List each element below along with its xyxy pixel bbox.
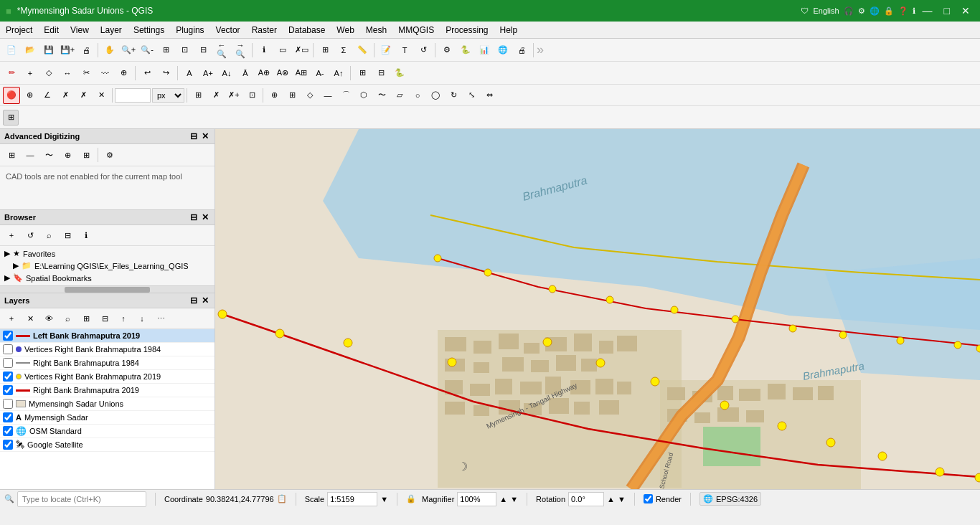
- layer-item[interactable]: 🛰 Google Satellite: [0, 438, 215, 452]
- layers-float-btn[interactable]: ⊟: [189, 295, 199, 306]
- layer-checkbox[interactable]: [3, 440, 13, 450]
- browser-close-btn[interactable]: ✕: [200, 212, 210, 222]
- scale-input[interactable]: [327, 492, 377, 506]
- zoom-extent-btn[interactable]: ⊞: [157, 42, 174, 59]
- menu-mmqgis[interactable]: MMQGIS: [392, 24, 440, 37]
- label-h-btn[interactable]: A-: [311, 65, 329, 82]
- layer-checkbox[interactable]: [3, 331, 13, 341]
- rotation-input[interactable]: [568, 492, 604, 506]
- save-project-btn[interactable]: 💾: [40, 42, 57, 59]
- size-unit-select[interactable]: px mm pt: [152, 88, 184, 103]
- menu-edit[interactable]: Edit: [38, 24, 65, 37]
- cad-scale-btn[interactable]: ⤡: [463, 87, 480, 104]
- adv-dig-close-btn[interactable]: ✕: [200, 131, 210, 141]
- menu-mesh[interactable]: Mesh: [360, 24, 392, 37]
- browser-info-btn[interactable]: ℹ: [77, 227, 95, 244]
- label-g-btn[interactable]: A⊞: [293, 65, 310, 82]
- menu-database[interactable]: Database: [283, 24, 331, 37]
- browser-scrollbar-thumb[interactable]: [65, 287, 151, 293]
- text-annotation-btn[interactable]: T: [396, 42, 413, 59]
- chart-btn[interactable]: 📊: [476, 42, 493, 59]
- cad-btn4[interactable]: ⊡: [243, 87, 260, 104]
- layer-item[interactable]: Right Bank Brahmaputra 1984: [0, 356, 215, 370]
- deselect-btn[interactable]: ✗▭: [293, 42, 310, 59]
- scale-dropdown-icon[interactable]: ▼: [380, 495, 388, 503]
- layer-checkbox[interactable]: [3, 344, 13, 354]
- label-f-btn[interactable]: A⊗: [274, 65, 291, 82]
- cad-ellipse-btn[interactable]: ◯: [427, 87, 444, 104]
- adv-dig-tb3[interactable]: 〜: [40, 146, 57, 164]
- layer-item[interactable]: Mymensingh Sadar Unions: [0, 397, 215, 411]
- cad-close-btn[interactable]: ✕: [93, 87, 110, 104]
- move-feature-btn[interactable]: ↔: [59, 65, 76, 82]
- label-c-btn[interactable]: A↓: [218, 65, 235, 82]
- layers-filter-btn[interactable]: ⌕: [59, 310, 76, 327]
- cad-y-lock-btn[interactable]: ✗: [75, 87, 92, 104]
- layers-move-up-btn[interactable]: ↑: [115, 310, 132, 327]
- adv-dig-tb2[interactable]: —: [22, 146, 39, 164]
- layer-checkbox[interactable]: [3, 426, 13, 436]
- cad-grid-btn[interactable]: ⊞: [283, 87, 301, 104]
- measure-btn[interactable]: 📏: [354, 42, 371, 59]
- title-controls[interactable]: 🛡 English 🎧 ⚙ 🌐 🔒 ❓ ℹ — □ ✕: [801, 4, 974, 18]
- stats-btn[interactable]: Σ: [335, 42, 352, 59]
- layer-item[interactable]: Vertices Right Bank Brahmaputra 1984: [0, 343, 215, 356]
- zoom-prev-btn[interactable]: ←🔍: [213, 42, 230, 59]
- zoom-layer-btn[interactable]: ⊡: [176, 42, 193, 59]
- magnifier-down-btn[interactable]: ▼: [510, 495, 518, 503]
- menu-layer[interactable]: Layer: [95, 24, 128, 37]
- merge-btn[interactable]: ⊕: [115, 65, 132, 82]
- browser-collapse-btn[interactable]: ⊟: [59, 227, 76, 244]
- render-checkbox[interactable]: [644, 494, 653, 503]
- cad-enable-btn[interactable]: 🔴: [3, 87, 20, 104]
- print-btn[interactable]: 🖨: [513, 42, 530, 59]
- browser-favorites-item[interactable]: ▶ ★ Favorites: [1, 247, 213, 260]
- browser-refresh-btn[interactable]: ↺: [22, 227, 39, 244]
- cad-poly-btn[interactable]: ⬡: [355, 87, 372, 104]
- layer-checkbox[interactable]: [3, 372, 13, 382]
- layer-checkbox[interactable]: [3, 412, 13, 422]
- maximize-button[interactable]: □: [940, 4, 954, 18]
- save-as-btn[interactable]: 💾+: [59, 42, 76, 59]
- menu-web[interactable]: Web: [331, 24, 359, 37]
- map-area[interactable]: ☽ ☽ 🏛 ℹ N401 Mymensingh - Tangail Highwa…: [215, 129, 980, 489]
- cad-arc-btn[interactable]: ⌒: [337, 87, 354, 104]
- cad-more-btn[interactable]: ⊕: [265, 87, 283, 104]
- adv-dig-float-btn[interactable]: ⊟: [189, 131, 199, 141]
- menu-plugins[interactable]: Plugins: [170, 24, 209, 37]
- coordinate-copy-icon[interactable]: 📋: [277, 494, 287, 503]
- cad-mirror-btn[interactable]: ⇔: [481, 87, 498, 104]
- layer-checkbox[interactable]: [3, 385, 13, 395]
- browser-learning-item[interactable]: ▶ 📁 E:\Learning QGIS\Ex_Files_Learning_Q…: [1, 260, 213, 272]
- magnifier-input[interactable]: [457, 492, 496, 506]
- cad-btn1[interactable]: ⊞: [189, 87, 207, 104]
- browser-add-btn[interactable]: +: [3, 227, 20, 244]
- minimize-button[interactable]: —: [918, 4, 937, 18]
- layer-checkbox[interactable]: [3, 358, 13, 368]
- layers-close-btn[interactable]: ✕: [200, 295, 210, 306]
- layers-controls[interactable]: ⊟ ✕: [189, 295, 210, 306]
- layer-item[interactable]: Vertices Right Bank Brahmaputra 2019: [0, 370, 215, 384]
- layer-item[interactable]: A Mymensigh Sadar: [0, 411, 215, 425]
- menu-help[interactable]: Help: [494, 24, 524, 37]
- open-table-btn[interactable]: ⊞: [316, 42, 334, 59]
- layer-checkbox[interactable]: [3, 399, 13, 409]
- cad-snap-btn[interactable]: ⊕: [21, 87, 38, 104]
- menu-processing[interactable]: Processing: [440, 24, 494, 37]
- cad-freehand-btn[interactable]: 〜: [373, 87, 390, 104]
- browser-scrollbar[interactable]: [0, 285, 215, 293]
- python-field-btn[interactable]: 🐍: [391, 65, 408, 82]
- browser-filter-btn[interactable]: ⌕: [40, 227, 57, 244]
- label-a-btn[interactable]: A: [181, 65, 198, 82]
- rotation-down-btn[interactable]: ▼: [618, 495, 626, 503]
- cad-angle-btn[interactable]: ∠: [39, 87, 56, 104]
- new-project-btn[interactable]: 📄: [3, 42, 20, 59]
- label-b-btn[interactable]: A+: [199, 65, 217, 82]
- layer-feat-btn[interactable]: ⊟: [372, 65, 390, 82]
- python-btn[interactable]: 🐍: [457, 42, 474, 59]
- cad-shape-btn[interactable]: ▱: [391, 87, 408, 104]
- georef-btn[interactable]: 🌐: [494, 42, 512, 59]
- layer-item[interactable]: Right Bank Brahmaputra 2019: [0, 384, 215, 397]
- extra-btn[interactable]: ⊞: [3, 110, 19, 126]
- zoom-next-btn[interactable]: →🔍: [232, 42, 249, 59]
